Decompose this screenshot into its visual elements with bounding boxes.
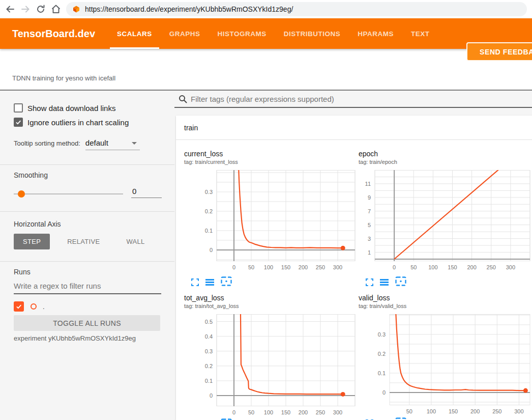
- chart-card-current-loss: current_loss tag: train/current_loss 050…: [184, 150, 356, 288]
- line-chart[interactable]: 5010015020025030000.10.20.3: [359, 314, 531, 416]
- tab-distributions[interactable]: DISTRIBUTIONS: [277, 18, 348, 49]
- svg-text:11: 11: [365, 181, 371, 187]
- tooltip-sorting-row: Tooltip sorting method: default: [14, 138, 140, 150]
- svg-text:150: 150: [281, 264, 290, 270]
- smoothing-value-field[interactable]: [131, 186, 162, 198]
- address-bar[interactable]: https://tensorboard.dev/experiment/yKUbh…: [66, 2, 527, 16]
- line-chart[interactable]: 05010015020025030000.10.20.3: [184, 170, 356, 272]
- smoothing-slider-thumb[interactable]: [18, 190, 25, 198]
- tag-filter-bar: [174, 91, 532, 108]
- smoothing-label: Smoothing: [14, 171, 48, 179]
- svg-text:100: 100: [427, 408, 436, 414]
- expand-chart-icon[interactable]: [191, 278, 199, 288]
- chart-title: valid_loss: [359, 294, 530, 302]
- divider: [0, 164, 174, 165]
- reload-icon[interactable]: [35, 3, 47, 15]
- smoothing-slider[interactable]: [14, 193, 123, 194]
- svg-text:200: 200: [299, 409, 308, 415]
- run-name: .: [43, 303, 45, 311]
- svg-text:0: 0: [382, 389, 386, 396]
- chart-tag: tag: train/valid_loss: [359, 302, 530, 310]
- chart-title: epoch: [359, 150, 530, 158]
- toggle-all-runs-button[interactable]: TOGGLE ALL RUNS: [14, 315, 160, 331]
- svg-text:0.2: 0.2: [205, 208, 213, 214]
- svg-text:7: 7: [368, 208, 371, 214]
- svg-text:50: 50: [410, 264, 417, 270]
- checkbox-unchecked-icon: [14, 103, 23, 113]
- smoothing-slider-row: [14, 188, 162, 200]
- checkbox-label: Ignore outliers in chart scaling: [27, 118, 129, 127]
- chart-card-tot-avg-loss: tot_avg_loss tag: train/tot_avg_loss 050…: [184, 294, 356, 420]
- chart-card-epoch: epoch tag: train/epoch 05010015020025030…: [359, 150, 530, 288]
- run-item[interactable]: .: [14, 301, 45, 312]
- chart-title: tot_avg_loss: [184, 294, 356, 302]
- smoothing-value-input[interactable]: [131, 186, 162, 198]
- back-icon[interactable]: [4, 3, 16, 15]
- svg-text:150: 150: [448, 264, 457, 270]
- svg-text:5: 5: [368, 222, 371, 228]
- home-icon[interactable]: [50, 3, 62, 15]
- settings-sidebar: Show data download links Ignore outliers…: [0, 91, 174, 420]
- show-download-links-checkbox[interactable]: Show data download links: [14, 103, 115, 113]
- log-scale-icon[interactable]: [205, 278, 214, 288]
- svg-text:50: 50: [248, 409, 254, 415]
- chart-tag: tag: train/tot_avg_loss: [184, 302, 356, 310]
- experiment-title: TDNN training for yesno with icefall: [12, 74, 115, 82]
- svg-text:300: 300: [333, 409, 342, 415]
- forward-icon[interactable]: [19, 3, 32, 15]
- svg-text:300: 300: [506, 264, 515, 270]
- svg-text:1: 1: [368, 249, 371, 256]
- tooltip-sorting-select[interactable]: default: [85, 138, 140, 150]
- experiment-caption: experiment yKUbhb5wRmOSXYkId1z9eg: [14, 334, 136, 342]
- chart-card-valid-loss: valid_loss tag: train/valid_loss 5010015…: [359, 294, 530, 420]
- tab-text[interactable]: TEXT: [404, 18, 437, 49]
- svg-text:300: 300: [514, 408, 523, 414]
- fit-domain-icon[interactable]: [395, 276, 406, 288]
- svg-text:50: 50: [406, 408, 412, 414]
- svg-text:300: 300: [333, 264, 342, 270]
- svg-text:0: 0: [210, 247, 213, 253]
- checkbox-checked-icon: [14, 118, 23, 127]
- tag-group-header[interactable]: train: [176, 116, 532, 140]
- tab-graphs[interactable]: GRAPHS: [162, 18, 208, 49]
- svg-text:200: 200: [470, 408, 480, 414]
- checkbox-label: Show data download links: [27, 104, 115, 113]
- tensorboard-screen: https://tensorboard.dev/experiment/yKUbh…: [0, 0, 532, 420]
- svg-text:0.1: 0.1: [205, 228, 213, 234]
- svg-text:250: 250: [316, 264, 325, 270]
- tab-scalars[interactable]: SCALARS: [110, 18, 159, 49]
- ignore-outliers-checkbox[interactable]: Ignore outliers in chart scaling: [14, 118, 129, 127]
- svg-text:100: 100: [264, 264, 273, 270]
- browser-toolbar: https://tensorboard.dev/experiment/yKUbh…: [0, 0, 532, 18]
- divider: [0, 211, 174, 212]
- search-icon: [179, 95, 187, 103]
- axis-step-button[interactable]: STEP: [14, 234, 50, 249]
- brand-title: TensorBoard.dev: [12, 18, 95, 49]
- svg-text:0: 0: [210, 393, 213, 399]
- send-feedback-button[interactable]: SEND FEEDBACK: [466, 42, 532, 61]
- svg-text:250: 250: [492, 408, 501, 414]
- svg-text:50: 50: [248, 264, 254, 270]
- fit-domain-icon[interactable]: [395, 417, 406, 420]
- tab-histograms[interactable]: HISTOGRAMS: [211, 18, 274, 49]
- tag-filter-input[interactable]: [191, 95, 532, 103]
- svg-text:0.4: 0.4: [205, 333, 213, 340]
- svg-text:200: 200: [299, 264, 308, 270]
- expand-chart-icon[interactable]: [366, 278, 373, 288]
- chevron-down-icon: [132, 142, 137, 145]
- line-chart[interactable]: 05010015020025030000.10.20.30.40.5: [184, 314, 356, 417]
- axis-relative-button[interactable]: RELATIVE: [58, 234, 109, 249]
- url-text: https://tensorboard.dev/experiment/yKUbh…: [85, 5, 293, 13]
- svg-text:150: 150: [281, 409, 290, 415]
- chart-tag: tag: train/epoch: [359, 158, 530, 165]
- tab-hparams[interactable]: HPARAMS: [350, 18, 401, 49]
- svg-text:0.3: 0.3: [205, 189, 213, 195]
- runs-filter-input[interactable]: [14, 281, 161, 293]
- fit-domain-icon[interactable]: [221, 276, 232, 288]
- axis-wall-button[interactable]: WALL: [117, 234, 154, 249]
- run-checkbox-icon[interactable]: [14, 301, 24, 312]
- log-scale-icon[interactable]: [380, 278, 389, 288]
- svg-text:0.2: 0.2: [205, 363, 213, 369]
- tooltip-sorting-label: Tooltip sorting method:: [14, 139, 80, 147]
- line-chart[interactable]: 0501001502002503001357911: [359, 170, 531, 272]
